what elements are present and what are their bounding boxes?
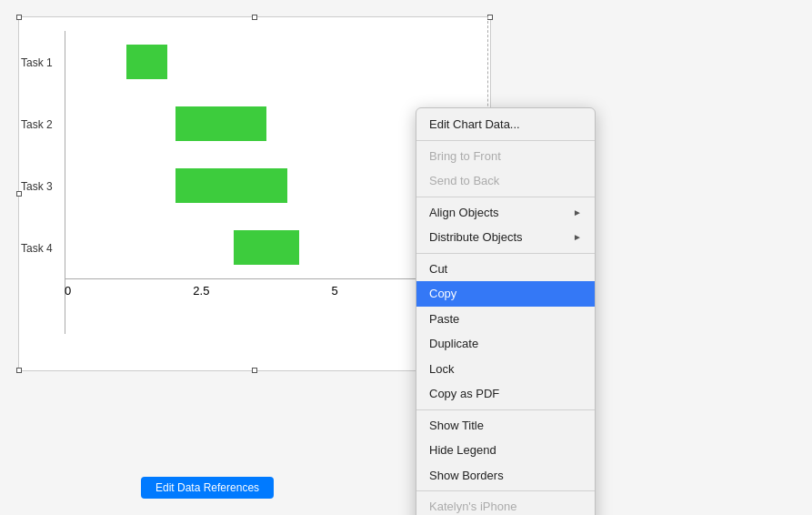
menu-item-align-objects[interactable]: Align Objects ► xyxy=(416,200,595,226)
menu-item-distribute-objects[interactable]: Distribute Objects ► xyxy=(416,225,595,250)
menu-label-show-borders: Show Borders xyxy=(429,467,504,485)
handle-bot-left[interactable] xyxy=(16,368,22,373)
chevron-icon-distribute: ► xyxy=(573,230,582,244)
menu-item-show-borders[interactable]: Show Borders xyxy=(416,463,595,489)
menu-label-katelyns-iphone: Katelyn's iPhone xyxy=(429,498,516,515)
menu-label-paste: Paste xyxy=(429,310,459,328)
separator-4 xyxy=(416,409,595,410)
menu-label-edit-chart-data: Edit Chart Data... xyxy=(429,116,520,134)
menu-label-duplicate: Duplicate xyxy=(429,335,478,353)
separator-5 xyxy=(416,490,595,491)
menu-item-hide-legend[interactable]: Hide Legend xyxy=(416,438,595,463)
canvas-background: Task 1 Task 2 Task 3 Task 4 0 2.5 xyxy=(0,0,812,515)
handle-top-mid[interactable] xyxy=(252,15,257,20)
tick-2-5: 2.5 xyxy=(193,284,209,298)
gantt-row-task1: Task 1 xyxy=(65,31,476,93)
handle-bot-mid[interactable] xyxy=(252,368,257,373)
menu-item-edit-chart-data[interactable]: Edit Chart Data... xyxy=(416,112,595,137)
tick-0: 0 xyxy=(65,284,71,298)
task4-bar xyxy=(234,230,299,265)
task1-label: Task 1 xyxy=(21,56,53,69)
menu-label-copy-as-pdf: Copy as PDF xyxy=(429,385,499,403)
menu-item-cut[interactable]: Cut xyxy=(416,257,595,282)
separator-2 xyxy=(416,197,595,197)
task2-label: Task 2 xyxy=(21,118,53,131)
menu-label-hide-legend: Hide Legend xyxy=(429,441,496,459)
menu-item-katelyns-iphone: Katelyn's iPhone xyxy=(416,494,595,515)
menu-item-lock[interactable]: Lock xyxy=(416,357,595,382)
menu-item-bring-to-front: Bring to Front xyxy=(416,144,595,169)
task4-label: Task 4 xyxy=(21,242,53,255)
menu-label-send-to-back: Send to Back xyxy=(429,172,499,190)
tick-5: 5 xyxy=(332,284,338,298)
menu-item-paste[interactable]: Paste xyxy=(416,307,595,332)
menu-item-send-to-back: Send to Back xyxy=(416,168,595,194)
menu-label-copy: Copy xyxy=(429,285,456,303)
task3-label: Task 3 xyxy=(21,180,53,193)
separator-3 xyxy=(416,253,595,254)
menu-label-bring-to-front: Bring to Front xyxy=(429,147,501,166)
handle-top-left[interactable] xyxy=(16,15,22,20)
menu-item-duplicate[interactable]: Duplicate xyxy=(416,331,595,357)
context-menu: Edit Chart Data... Bring to Front Send t… xyxy=(416,107,596,515)
menu-item-show-title[interactable]: Show Title xyxy=(416,413,595,439)
menu-label-align-objects: Align Objects xyxy=(429,204,499,222)
menu-label-lock: Lock xyxy=(429,360,454,379)
task2-bar xyxy=(175,106,266,141)
task1-bar xyxy=(126,45,167,79)
chevron-icon-align: ► xyxy=(573,206,582,219)
menu-label-show-title: Show Title xyxy=(429,417,484,435)
menu-item-copy[interactable]: Copy xyxy=(416,281,595,307)
menu-label-cut: Cut xyxy=(429,260,447,278)
menu-label-distribute-objects: Distribute Objects xyxy=(429,228,523,247)
menu-item-copy-as-pdf[interactable]: Copy as PDF xyxy=(416,381,595,407)
task3-bar xyxy=(175,168,286,203)
edit-data-references-button[interactable]: Edit Data References xyxy=(141,477,274,499)
separator-1 xyxy=(416,140,595,141)
